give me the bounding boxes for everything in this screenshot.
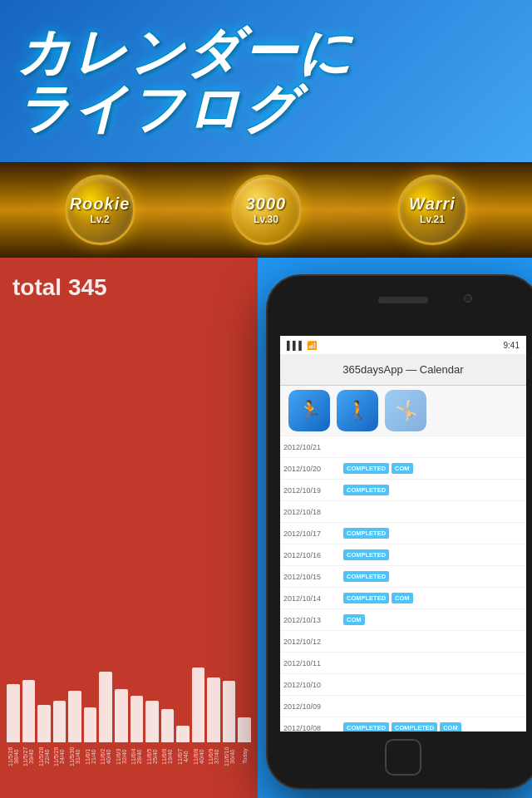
bar-group: 11/5/30 31/40 — [68, 691, 81, 769]
status-time: 9:41 — [504, 341, 520, 350]
completed-badge: COMPLETED — [343, 571, 389, 582]
calendar-row[interactable]: 2012/10/12 — [280, 631, 526, 653]
chart-bar — [161, 709, 175, 742]
bar-group: 11/6/4 28/40 — [131, 696, 144, 769]
total-label: total 345 — [0, 258, 258, 309]
bar-label: 11/5/30 31/40 — [69, 744, 81, 769]
calendar-badges: COMPLETED — [343, 571, 389, 582]
calendar-date: 2012/10/09 — [283, 702, 343, 711]
calendar-row[interactable]: 2012/10/21 — [280, 436, 526, 458]
bar-label: Today — [242, 744, 248, 769]
badge-level-3: Lv.21 — [420, 214, 445, 225]
phone-home-button[interactable] — [385, 739, 421, 776]
bar-group: 11/5/29 24/40 — [53, 701, 66, 769]
calendar-badges: COMPLETED — [343, 549, 389, 560]
calendar-row[interactable]: 2012/10/15COMPLETED — [280, 566, 526, 588]
calendar-badges: COMPLETED — [343, 485, 389, 495]
badge-3000[interactable]: 3000 Lv.30 — [183, 166, 349, 254]
chart-bar — [99, 672, 112, 742]
status-bar: ▌▌▌ 📶 9:41 — [280, 336, 526, 354]
exercise-icon-3[interactable]: 🤸 — [385, 390, 426, 431]
chart-bar — [223, 681, 236, 742]
completed-badge: COMPLETED — [392, 722, 437, 732]
calendar-badges: COMPLETEDCOMPLETEDCOM — [343, 722, 461, 732]
chart-bar — [192, 667, 205, 742]
chart-bar — [176, 726, 190, 742]
chart-bar — [37, 705, 51, 742]
app-header: 365daysApp — Calendar — [280, 354, 526, 386]
bar-label: 11/6/6 19/40 — [161, 744, 173, 769]
calendar-row[interactable]: 2012/10/13COM — [280, 609, 526, 631]
calendar-row[interactable]: 2012/10/19COMPLETED — [280, 480, 526, 501]
bar-chart: 11/5/26 38/4011/5/27 39/4011/5/28 22/401… — [0, 309, 258, 798]
bar-group: Today — [238, 717, 251, 769]
completed-badge: COM — [392, 463, 413, 474]
chart-bar — [145, 701, 159, 742]
completed-badge: COM — [343, 614, 365, 625]
signal-icon: ▌▌▌ — [287, 341, 304, 350]
bar-label: 11/5/29 24/40 — [53, 744, 65, 769]
calendar-badges: COMPLETED — [343, 528, 389, 539]
badge-rookie[interactable]: Rookie Lv.2 — [17, 166, 183, 254]
bar-label: 11/6/3 32/40 — [116, 744, 127, 769]
completed-badge: COMPLETED — [343, 463, 389, 474]
bar-group: 11/6/1 21/40 — [84, 707, 97, 769]
exercise-icon-2[interactable]: 🚶 — [337, 390, 378, 431]
badge-strip: Rookie Lv.2 3000 Lv.30 Warri Lv.21 — [0, 162, 532, 258]
bar-label: 11/6/7 4/40 — [177, 744, 189, 769]
bar-label: 11/5/28 22/40 — [38, 744, 50, 769]
bar-group: 11/6/10 36/40 — [223, 681, 236, 769]
bar-group: 11/6/8 40/40 — [192, 667, 205, 769]
badge-title-1: Rookie — [70, 195, 131, 214]
calendar-row[interactable]: 2012/10/09 — [280, 696, 526, 717]
bar-label: 11/6/10 36/40 — [224, 744, 235, 769]
bar-group: 11/6/3 32/40 — [115, 689, 128, 769]
chart-panel: total 345 11/5/26 38/4011/5/27 39/4011/5… — [0, 258, 258, 798]
chart-bar — [7, 684, 20, 742]
chart-bar — [53, 701, 66, 742]
bar-label: 11/5/26 38/40 — [7, 744, 19, 769]
phone-screen: ▌▌▌ 📶 9:41 365daysApp — Calendar 🏃 🚶 🤸 — [280, 336, 526, 732]
calendar-date: 2012/10/11 — [283, 659, 343, 667]
bar-group: 11/5/26 38/40 — [7, 684, 20, 769]
bar-group: 11/6/7 4/40 — [176, 726, 190, 769]
chart-bar — [207, 677, 220, 742]
completed-badge: COMPLETED — [343, 549, 389, 560]
badge-title-2: 3000 — [246, 195, 287, 214]
bar-group: 11/6/9 37/40 — [207, 677, 220, 769]
calendar-date: 2012/10/18 — [283, 508, 343, 516]
calendar-row[interactable]: 2012/10/08COMPLETEDCOMPLETEDCOM — [280, 717, 526, 732]
chart-bar — [238, 717, 251, 742]
bar-label: 11/5/27 39/40 — [22, 744, 34, 769]
completed-badge: COMPLETED — [343, 485, 389, 495]
calendar-badges: COMPLETEDCOM — [343, 593, 413, 603]
calendar-badges: COM — [343, 614, 365, 625]
calendar-row[interactable]: 2012/10/11 — [280, 653, 526, 674]
calendar-row[interactable]: 2012/10/16COMPLETED — [280, 544, 526, 566]
bar-group: 11/5/28 22/40 — [37, 705, 51, 769]
calendar-row[interactable]: 2012/10/18 — [280, 501, 526, 523]
calendar-row[interactable]: 2012/10/14COMPLETEDCOM — [280, 588, 526, 609]
chart-bar — [131, 696, 144, 742]
phone-camera — [464, 294, 472, 303]
calendar-row[interactable]: 2012/10/20COMPLETEDCOM — [280, 458, 526, 480]
calendar-row[interactable]: 2012/10/10 — [280, 674, 526, 696]
calendar-date: 2012/10/12 — [283, 638, 343, 646]
badge-level-2: Lv.30 — [254, 214, 278, 225]
calendar-date: 2012/10/13 — [283, 616, 343, 624]
completed-badge: COMPLETED — [343, 593, 389, 603]
badge-warrior[interactable]: Warri Lv.21 — [349, 166, 515, 254]
completed-badge: COMPLETED — [343, 528, 389, 539]
signal-icons: ▌▌▌ 📶 — [287, 341, 317, 350]
calendar-row[interactable]: 2012/10/17COMPLETED — [280, 523, 526, 544]
calendar-date: 2012/10/17 — [283, 530, 343, 538]
chart-bar — [68, 691, 81, 742]
calendar-date: 2012/10/20 — [283, 465, 343, 473]
calendar-date: 2012/10/14 — [283, 594, 343, 603]
bar-group: 11/5/27 39/40 — [22, 680, 36, 769]
bar-label: 11/6/2 40/40 — [100, 744, 111, 769]
exercise-icon-1[interactable]: 🏃 — [288, 390, 330, 431]
calendar-list: 2012/10/212012/10/20COMPLETEDCOM2012/10/… — [280, 436, 526, 732]
calendar-date: 2012/10/21 — [283, 443, 343, 451]
bar-group: 11/6/2 40/40 — [99, 672, 112, 769]
